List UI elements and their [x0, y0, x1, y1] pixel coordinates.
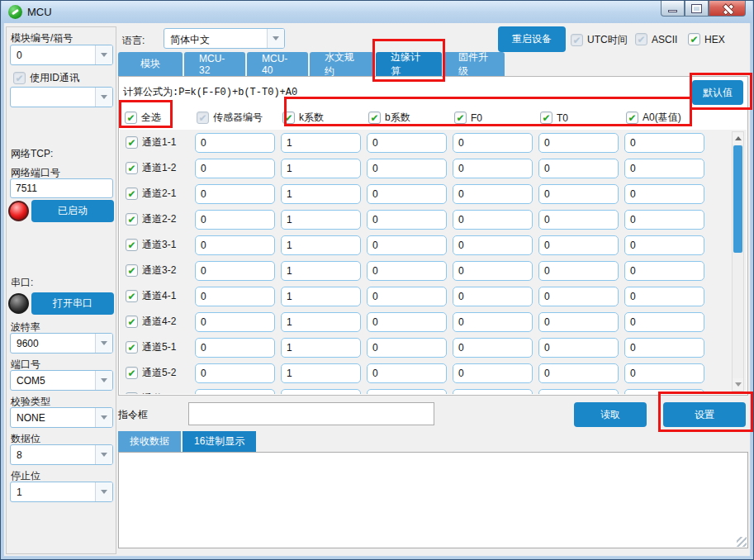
cell-input[interactable] [195, 184, 275, 204]
cell-input[interactable] [453, 235, 533, 255]
checkbox-icon[interactable]: ✔ [282, 112, 295, 124]
cell-input[interactable] [453, 184, 533, 204]
chevron-down-icon[interactable] [95, 45, 112, 64]
column-header[interactable]: ✔F0 [449, 112, 535, 124]
cell-input[interactable] [538, 363, 619, 383]
cell-input[interactable] [281, 133, 361, 153]
column-header[interactable]: ✔A0(基值) [621, 111, 707, 125]
row-checkbox[interactable]: ✔ [126, 341, 138, 354]
select-all-checkbox[interactable]: ✔ 全选 [125, 111, 192, 125]
cell-input[interactable] [367, 159, 447, 178]
row-checkbox[interactable]: ✔ [126, 316, 138, 328]
cell-input[interactable] [624, 338, 704, 358]
databits-select[interactable]: 8 [10, 444, 113, 465]
tab-hex-display[interactable]: 16进制显示 [183, 431, 256, 452]
chevron-down-icon[interactable] [95, 334, 112, 353]
tab-mcu32[interactable]: MCU-32 [184, 52, 245, 76]
column-header[interactable]: ✔传感器编号 [192, 111, 277, 125]
cell-input[interactable] [195, 261, 275, 281]
checkbox-icon[interactable]: ✔ [454, 112, 467, 124]
cell-input[interactable] [367, 210, 447, 230]
column-header[interactable]: ✔T0 [535, 112, 621, 124]
scroll-up-icon[interactable] [733, 132, 743, 145]
cell-input[interactable] [367, 184, 447, 204]
open-serial-button[interactable]: 打开串口 [31, 292, 114, 315]
checkbox-icon[interactable]: ✔ [540, 112, 552, 124]
cell-input[interactable] [624, 159, 704, 178]
checkbox-icon[interactable]: ✔ [635, 33, 647, 45]
checkbox-icon[interactable]: ✔ [688, 33, 700, 45]
cell-input[interactable] [538, 133, 619, 153]
default-values-button[interactable]: 默认值 [692, 80, 743, 105]
utc-checkbox[interactable]: ✔ UTC时间 [571, 33, 628, 47]
cell-input[interactable] [195, 312, 275, 332]
receive-textarea[interactable] [118, 452, 748, 548]
stopbits-select[interactable]: 1 [10, 482, 113, 502]
cell-input[interactable] [624, 210, 704, 230]
cell-input[interactable] [538, 312, 619, 332]
module-number-select[interactable]: 0 [10, 45, 113, 65]
language-select[interactable]: 简体中文 [164, 28, 285, 49]
cell-input[interactable] [453, 261, 533, 281]
checkbox-icon[interactable]: ✔ [571, 34, 583, 46]
chevron-down-icon[interactable] [267, 29, 284, 48]
cell-input[interactable] [538, 287, 619, 306]
tab-hydrology[interactable]: 水文规约 [310, 52, 374, 76]
cell-input[interactable] [367, 363, 447, 383]
row-checkbox[interactable]: ✔ [126, 367, 138, 379]
restart-device-button[interactable]: 重启设备 [498, 26, 566, 52]
cell-input[interactable] [367, 133, 447, 153]
cell-input[interactable] [453, 312, 533, 332]
row-checkbox[interactable]: ✔ [126, 136, 138, 149]
chevron-down-icon[interactable] [95, 371, 112, 390]
baud-select[interactable]: 9600 [10, 333, 113, 354]
command-input[interactable] [188, 402, 434, 425]
scrollbar-thumb[interactable] [733, 145, 742, 253]
column-header[interactable]: ✔k系数 [277, 111, 363, 125]
cell-input[interactable] [624, 184, 704, 204]
checkbox-icon[interactable]: ✔ [626, 112, 638, 124]
parity-select[interactable]: NONE [10, 407, 113, 428]
cell-input[interactable] [367, 389, 447, 395]
chevron-down-icon[interactable] [95, 88, 112, 107]
cell-input[interactable] [281, 210, 361, 230]
title-bar[interactable]: MCU [2, 1, 752, 23]
cell-input[interactable] [538, 184, 619, 204]
cell-input[interactable] [281, 235, 361, 255]
cell-input[interactable] [367, 235, 447, 255]
minimize-button[interactable] [661, 1, 685, 17]
cell-input[interactable] [281, 363, 361, 383]
cell-input[interactable] [453, 210, 533, 230]
cell-input[interactable] [624, 363, 704, 383]
cell-input[interactable] [195, 133, 275, 153]
tab-receive-data[interactable]: 接收数据 [118, 431, 181, 452]
cell-input[interactable] [195, 210, 275, 230]
ascii-checkbox[interactable]: ✔ ASCII [635, 33, 677, 45]
cell-input[interactable] [281, 159, 361, 178]
row-checkbox[interactable]: ✔ [126, 213, 138, 225]
table-scrollbar[interactable] [732, 131, 744, 392]
set-button[interactable]: 设置 [663, 402, 746, 427]
cell-input[interactable] [624, 389, 704, 395]
chevron-down-icon[interactable] [95, 482, 112, 501]
cell-input[interactable] [281, 389, 361, 395]
checkbox-icon[interactable]: ✔ [197, 112, 209, 124]
cell-input[interactable] [453, 287, 533, 306]
cell-input[interactable] [281, 287, 361, 306]
row-checkbox[interactable]: ✔ [126, 187, 138, 200]
cell-input[interactable] [624, 312, 704, 332]
cell-input[interactable] [281, 312, 361, 332]
cell-input[interactable] [538, 210, 619, 230]
tab-firmware[interactable]: 固件升级 [443, 52, 505, 76]
cell-input[interactable] [367, 287, 447, 306]
cell-input[interactable] [453, 389, 533, 395]
cell-input[interactable] [195, 287, 275, 306]
chevron-down-icon[interactable] [95, 445, 112, 464]
cell-input[interactable] [453, 133, 533, 153]
cell-input[interactable] [624, 133, 704, 153]
cell-input[interactable] [538, 261, 619, 281]
cell-input[interactable] [453, 363, 533, 383]
checkbox-icon[interactable]: ✔ [368, 112, 381, 124]
cell-input[interactable] [538, 389, 619, 395]
cell-input[interactable] [367, 312, 447, 332]
